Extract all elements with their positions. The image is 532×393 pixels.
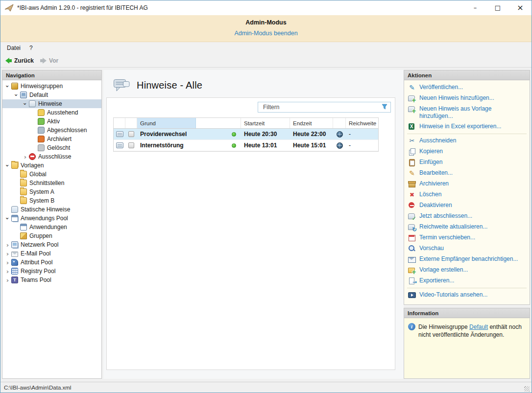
tree-item-vorlagen[interactable]: ›Vorlagen — [2, 161, 101, 170]
back-button[interactable]: Zurück — [3, 56, 38, 65]
cell-hinweis-icon — [114, 131, 125, 137]
column-header-endzeit[interactable]: Endzeit — [290, 118, 333, 128]
action-vorschau[interactable]: Vorschau — [404, 243, 530, 254]
menu-datei[interactable]: Datei — [2, 43, 25, 53]
table-row-internetstoerung[interactable]: InternetstörungHeute 13:01Heute 15:01- — [114, 140, 378, 151]
app-window: *IBI-aws Admin 1.29.0 - registriert für … — [0, 0, 532, 393]
action-label: Hinweise in Excel exportieren... — [419, 123, 526, 130]
tree-item-anwendungs-pool[interactable]: ›Anwendungs Pool — [2, 214, 101, 223]
resize-grip[interactable] — [524, 386, 530, 392]
tree-item-netzwerk-pool[interactable]: ›Netzwerk Pool — [2, 240, 101, 249]
action-jetzt-abschliessen[interactable]: Jetzt abschliessen... — [404, 211, 530, 222]
tree-item-abgeschlossen[interactable]: Abgeschlossen — [2, 126, 101, 135]
tree-item-statische-hinweise[interactable]: Statische Hinweise — [2, 205, 101, 214]
hinweis-type-icon — [128, 131, 134, 137]
tree-item-attribut-pool[interactable]: ›Attribut Pool — [2, 258, 101, 267]
tree-item-geloescht[interactable]: Gelöscht — [2, 143, 101, 152]
table-row-providerwechsel[interactable]: ProviderwechselHeute 20:30Heute 22:00- — [114, 129, 378, 140]
tree-item-label: Statische Hinweise — [21, 206, 70, 213]
tree-item-archiviert[interactable]: Archiviert — [2, 135, 101, 143]
action-neuen-hinweis-hinzufuegen[interactable]: Neuen Hinweis hinzufügen... — [404, 93, 530, 104]
tree-item-teams-pool[interactable]: ›Teams Pool — [2, 276, 101, 284]
action-hinweise-in-excel-exportieren[interactable]: Hinweise in Excel exportieren... — [404, 121, 530, 132]
close-button[interactable]: × — [509, 0, 532, 15]
action-veroeffentlichen[interactable]: Veröffentlichen... — [404, 82, 530, 93]
hinweis-bubble-icon — [116, 131, 123, 137]
action-reichweite-aktualisieren[interactable]: Reichweite aktualisieren... — [404, 222, 530, 232]
column-header-grund[interactable]: Grund — [137, 118, 196, 128]
menu-help[interactable]: ? — [25, 43, 37, 53]
maximize-button[interactable]: □ — [486, 0, 509, 15]
expander-closed-icon[interactable]: › — [4, 242, 11, 248]
information-body: Die Hinweisgruppe Default enthält noch n… — [404, 318, 530, 344]
action-separator — [407, 288, 527, 288]
vorlage-erstellen-icon — [408, 266, 416, 274]
globe-icon — [337, 131, 343, 138]
neuer-hinweis-icon — [408, 94, 416, 102]
action-einfuegen[interactable]: Einfügen — [404, 157, 530, 168]
tree-item-hinweisgruppen[interactable]: ›Hinweisgruppen — [2, 82, 101, 91]
action-video-tutorials-ansehen[interactable]: Video-Tutorials ansehen... — [404, 290, 530, 301]
expander-open-icon[interactable]: › — [4, 215, 11, 222]
default-group-link[interactable]: Default — [469, 324, 488, 330]
filter-icon[interactable] — [379, 102, 390, 112]
column-header-reichweite[interactable]: Reichweite — [346, 118, 378, 128]
expander-closed-icon[interactable]: › — [4, 251, 11, 257]
tree-item-schnittstellen[interactable]: Schnittstellen — [2, 179, 101, 187]
action-termin-verschieben[interactable]: Termin verschieben... — [404, 232, 530, 243]
tree-item-label: Abgeschlossen — [47, 127, 87, 134]
termin-verschieben-icon — [408, 234, 416, 242]
action-label: Kopieren — [419, 148, 526, 155]
admin-mode-exit-link[interactable]: Admin-Modus beenden — [234, 30, 297, 37]
column-header-icon-a[interactable] — [114, 118, 125, 128]
tree-item-anwendungen[interactable]: Anwendungen — [2, 223, 101, 231]
tree-item-e-mail-pool[interactable]: ›E-Mail Pool — [2, 249, 101, 258]
expander-open-icon[interactable]: › — [4, 83, 11, 90]
tree-item-registry-pool[interactable]: ›Registry Pool — [2, 267, 101, 276]
app-icon — [4, 3, 14, 12]
tree-item-hinweise[interactable]: ›Hinweise — [2, 99, 101, 108]
expander-open-icon[interactable]: › — [22, 101, 28, 107]
tree-item-label: Ausschlüsse — [38, 153, 71, 160]
cell-grund: Internetstörung — [137, 142, 196, 149]
tree-item-aktiv[interactable]: Aktiv — [2, 117, 101, 126]
action-archivieren[interactable]: Archivieren — [404, 179, 530, 189]
action-externe-empfaenger-benachrichtigen[interactable]: Externe Empfänger benachrichtigen... — [404, 254, 530, 265]
action-deaktivieren[interactable]: Deaktivieren — [404, 200, 530, 211]
action-vorlage-erstellen[interactable]: Vorlage erstellen... — [404, 265, 530, 276]
tree-item-default[interactable]: ›Default — [2, 91, 101, 99]
action-label: Vorlage erstellen... — [419, 266, 526, 274]
expander-closed-icon[interactable]: › — [22, 154, 28, 160]
navigation-panel: Navigation ›Hinweisgruppen›Default›Hinwe… — [2, 70, 102, 379]
folder-icon — [20, 197, 27, 204]
action-kopieren[interactable]: Kopieren — [404, 146, 530, 157]
tree-item-gruppen[interactable]: Gruppen — [2, 231, 101, 240]
filter-input[interactable] — [258, 104, 379, 111]
action-bearbeiten[interactable]: Bearbeiten... — [404, 168, 530, 179]
tree-item-system-a[interactable]: System A — [2, 187, 101, 196]
tree-item-system-b[interactable]: System B — [2, 196, 101, 205]
column-header-reichweite-icon[interactable] — [333, 118, 346, 128]
expander-closed-icon[interactable]: › — [4, 259, 11, 266]
cell-hinweis-icon — [114, 142, 125, 148]
expander-open-icon[interactable]: › — [13, 92, 20, 98]
minimize-button[interactable]: – — [464, 0, 486, 15]
forward-button[interactable]: Vor — [38, 56, 63, 65]
action-exportieren[interactable]: Exportieren... — [404, 276, 530, 286]
column-header-status[interactable] — [196, 118, 241, 128]
action-ausschneiden[interactable]: Ausschneiden — [404, 136, 530, 146]
gruppe-icon — [20, 92, 27, 98]
expander-closed-icon[interactable]: › — [4, 277, 11, 283]
expander-open-icon[interactable]: › — [4, 162, 11, 169]
tree-item-ausstehend[interactable]: Ausstehend — [2, 108, 101, 117]
tree-item-global[interactable]: Global — [2, 170, 101, 179]
expander-closed-icon[interactable]: › — [4, 268, 11, 275]
column-header-startzeit[interactable]: Startzeit — [241, 118, 290, 128]
abschliessen-icon — [408, 212, 416, 220]
folder-icon — [20, 180, 27, 186]
column-header-icon-b[interactable] — [125, 118, 137, 128]
action-loeschen[interactable]: Löschen — [404, 189, 530, 200]
action-neuen-hinweis-aus-vorlage-hinzufuegen[interactable]: Neuen Hinweis aus Vorlage hinzufügen... — [404, 104, 530, 121]
exportieren-icon — [408, 277, 416, 285]
tree-item-ausschluesse[interactable]: ›Ausschlüsse — [2, 152, 101, 161]
